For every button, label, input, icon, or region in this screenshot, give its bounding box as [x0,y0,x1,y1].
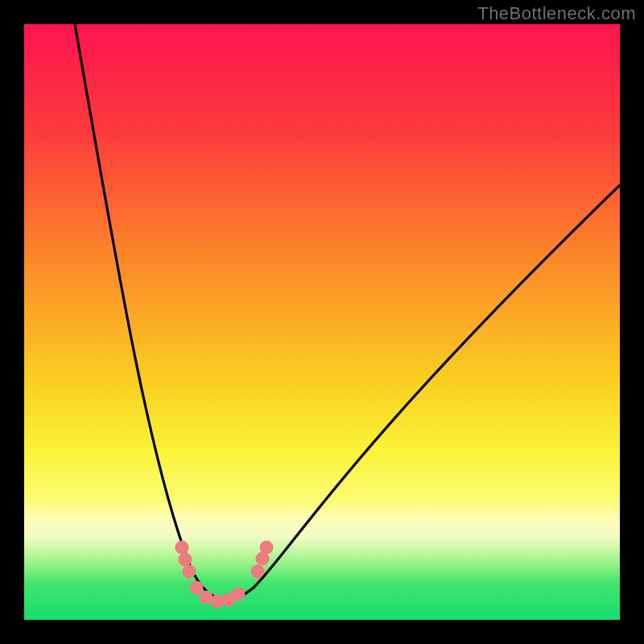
data-marker [260,541,274,555]
data-marker [175,541,189,555]
data-marker [190,581,204,595]
curve-layer [24,24,620,620]
watermark-text: TheBottleneck.com [477,3,636,24]
outer-frame: TheBottleneck.com [0,0,644,644]
data-marker [232,588,246,601]
data-marker [179,553,192,567]
bottleneck-curve [75,24,620,600]
data-markers [175,541,274,609]
plot-area [24,24,620,620]
data-marker [183,565,196,579]
data-marker [251,565,265,579]
